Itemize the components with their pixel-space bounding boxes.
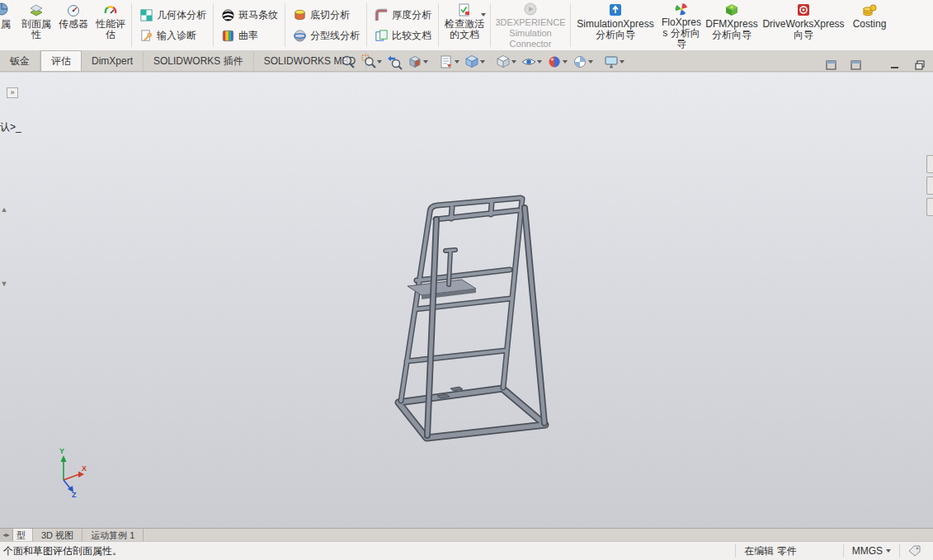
performance-evaluation-label: 性能评估 — [92, 19, 129, 40]
edit-appearance-icon — [546, 54, 563, 70]
simulationxpress-label: SimulationXpress 分析向导 — [573, 19, 657, 40]
tab-evaluate[interactable]: 评估 — [40, 50, 82, 71]
curvature-icon — [220, 28, 235, 43]
tab-scroll-icon[interactable]: ◂▸ — [0, 529, 13, 541]
solidworks-window: 属 剖面属性 传感器 性能评估 几何体 — [0, 0, 933, 560]
zebra-stripes-label: 斑马条纹 — [238, 8, 278, 22]
view-settings-button[interactable] — [601, 53, 626, 71]
geometry-analysis-button[interactable]: 几何体分析 — [139, 7, 206, 22]
cad-model-frame-stand[interactable] — [398, 198, 545, 438]
compare-documents-button[interactable]: 比较文档 — [374, 28, 431, 43]
chevron-down-icon — [455, 60, 459, 64]
chevron-down-icon — [563, 60, 568, 64]
section-view-button[interactable] — [405, 53, 430, 71]
chevron-down-icon — [537, 60, 542, 64]
hide-show-items-button[interactable] — [519, 53, 544, 71]
graphics-area[interactable]: Y X Z » 认>_ ▲ ▼ — [0, 73, 933, 528]
tab-3d-views[interactable]: 3D 视图 — [33, 529, 82, 541]
tab-model[interactable]: 型 — [13, 529, 33, 541]
status-tag-button[interactable] — [899, 544, 930, 558]
sensors-button[interactable]: 传感器 — [55, 0, 92, 50]
section-view-icon — [407, 54, 423, 70]
window-minimize-icon[interactable] — [888, 59, 902, 71]
chevron-down-icon — [511, 60, 516, 64]
feature-tree-flyout-button[interactable]: » — [7, 87, 18, 98]
ribbon-separator — [438, 3, 439, 47]
annotation-views-icon — [438, 54, 455, 70]
task-pane-tab-1[interactable] — [926, 155, 933, 173]
view-settings-icon — [603, 54, 620, 70]
previous-view-button[interactable] — [384, 53, 404, 71]
triad-x-label: X — [82, 464, 87, 473]
performance-evaluation-button[interactable]: 性能评估 — [92, 0, 130, 50]
sensors-label: 传感器 — [59, 19, 88, 30]
parting-line-analysis-button[interactable]: 分型线分析 — [292, 28, 360, 43]
parting-line-analysis-icon — [292, 28, 307, 43]
costing-label: Costing — [853, 19, 887, 30]
import-diagnostics-label: 输入诊断 — [157, 29, 196, 43]
thickness-analysis-icon — [374, 7, 389, 22]
zebra-stripes-button[interactable]: 斑马条纹 — [220, 7, 278, 22]
section-properties-icon — [28, 2, 45, 18]
section-properties-label: 剖面属性 — [18, 19, 54, 40]
geometry-group: 几何体分析 输入诊断 — [134, 0, 211, 50]
doc-window-icon-b[interactable] — [849, 59, 862, 71]
mass-properties-icon — [0, 2, 10, 18]
ribbon-separator — [285, 3, 285, 47]
driveworksxpress-label: DriveWorksXpress 向导 — [760, 19, 847, 40]
simulationxpress-button[interactable]: SimulationXpress 分析向导 — [573, 0, 658, 50]
zoom-to-fit-button[interactable] — [338, 53, 358, 71]
annotation-views-button[interactable] — [436, 53, 461, 71]
import-diagnostics-icon — [139, 28, 153, 43]
floxpress-button[interactable]: FloXpress 分析向导 — [658, 0, 704, 50]
dfmxpress-button[interactable]: DFMXpress 分析向导 — [704, 0, 759, 50]
undercut-analysis-button[interactable]: 底切分析 — [292, 7, 360, 22]
experience-connector-button: 3DEXPERIENCE Simulation Connector — [492, 0, 568, 50]
check-active-document-button[interactable]: 检查激活的文档 — [441, 0, 488, 50]
apply-scene-button[interactable] — [570, 53, 595, 71]
section-properties-button[interactable]: 剖面属性 — [17, 0, 55, 50]
ribbon-evaluate: 属 剖面属性 传感器 性能评估 几何体 — [0, 0, 933, 51]
previous-view-icon — [386, 54, 403, 70]
floxpress-icon — [673, 2, 690, 16]
tab-solidworks-addins[interactable]: SOLIDWORKS 插件 — [144, 51, 254, 71]
import-diagnostics-button[interactable]: 输入诊断 — [139, 28, 206, 43]
curvature-button[interactable]: 曲率 — [220, 28, 278, 43]
tree-scroll-down-icon[interactable]: ▼ — [0, 279, 8, 289]
performance-evaluation-icon — [102, 2, 119, 18]
task-pane-tab-2[interactable] — [926, 176, 933, 195]
driveworksxpress-button[interactable]: DriveWorksXpress 向导 — [759, 0, 848, 50]
triad-y-label: Y — [59, 447, 64, 455]
ribbon-separator — [213, 3, 214, 47]
tab-motion-study-1[interactable]: 运动算例 1 — [82, 529, 144, 541]
zoom-to-area-icon — [360, 54, 377, 70]
sensors-icon — [65, 2, 82, 18]
view-orientation-icon — [464, 54, 480, 70]
chevron-down-icon — [620, 60, 624, 64]
chevron-down-icon — [588, 60, 593, 64]
zoom-to-area-button[interactable] — [359, 53, 384, 71]
editing-status: 在编辑 零件 — [735, 544, 804, 558]
dfmxpress-icon — [723, 2, 740, 18]
chevron-down-icon — [886, 549, 891, 553]
mass-properties-button[interactable]: 属 — [0, 0, 17, 50]
edit-appearance-button[interactable] — [544, 53, 569, 71]
chevron-down-icon — [423, 60, 428, 64]
window-restore-icon[interactable] — [913, 59, 926, 71]
geometry-analysis-icon — [139, 7, 153, 22]
tab-sheet-metal[interactable]: 钣金 — [0, 51, 40, 71]
task-pane-tab-3[interactable] — [926, 198, 933, 216]
thickness-compare-group: 厚度分析 比较文档 — [369, 0, 436, 50]
display-style-button[interactable] — [493, 53, 518, 71]
feature-tree-fragment: 认>_ — [0, 120, 21, 134]
doc-window-icon-a[interactable] — [824, 59, 837, 71]
units-selector[interactable]: MMGS — [843, 544, 899, 558]
view-orientation-button[interactable] — [462, 53, 487, 71]
status-bar: 个面和草图评估剖面属性。 在编辑 零件 MMGS — [0, 541, 933, 560]
tab-dimxpert[interactable]: DimXpert — [82, 51, 144, 71]
floxpress-label: FloXpress 分析向导 — [659, 17, 704, 49]
costing-button[interactable]: Costing — [848, 0, 891, 50]
tree-scroll-up-icon[interactable]: ▲ — [0, 205, 8, 214]
thickness-analysis-button[interactable]: 厚度分析 — [374, 7, 431, 22]
compare-documents-label: 比较文档 — [392, 29, 431, 43]
